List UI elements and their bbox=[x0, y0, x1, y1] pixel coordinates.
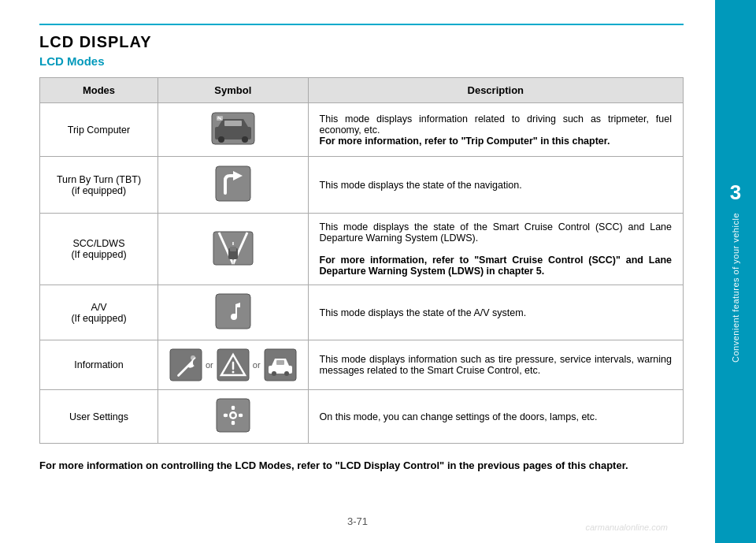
wrench-icon bbox=[169, 348, 202, 381]
symbol-cell-tbt bbox=[158, 157, 309, 214]
mode-cell-tbt: Turn By Turn (TBT)(if equipped) bbox=[40, 157, 158, 214]
page-wrapper: LCD DISPLAY LCD Modes Modes Symbol Descr… bbox=[0, 0, 756, 543]
symbol-cell-av bbox=[158, 285, 309, 340]
svg-point-22 bbox=[232, 371, 234, 374]
main-content: LCD DISPLAY LCD Modes Modes Symbol Descr… bbox=[0, 0, 715, 543]
right-sidebar: 3 Convenient features of your vehicle bbox=[715, 0, 756, 543]
car-info-icon bbox=[264, 348, 297, 381]
desc-cell-info: This mode displays information such as t… bbox=[308, 340, 683, 390]
desc-cell-tbt: This mode displays the state of the navi… bbox=[308, 157, 683, 214]
table-row: Turn By Turn (TBT)(if equipped) bbox=[40, 157, 684, 214]
svg-rect-4 bbox=[224, 121, 242, 126]
table-row: Trip Computer bbox=[40, 103, 684, 157]
svg-rect-16 bbox=[216, 294, 250, 329]
symbol-cell-trip bbox=[158, 103, 309, 157]
sidebar-label: Convenient features of your vehicle bbox=[730, 213, 741, 363]
trip-computer-icon bbox=[210, 111, 256, 146]
col-header-modes: Modes bbox=[40, 78, 158, 103]
section-subtitle: LCD Modes bbox=[39, 54, 684, 68]
or-text-2: or bbox=[253, 360, 261, 370]
symbol-cell-scc bbox=[158, 214, 309, 285]
svg-rect-27 bbox=[276, 360, 284, 365]
symbol-cell-info: or or bbox=[158, 340, 309, 390]
footer-note-text: For more information on controlling the … bbox=[39, 459, 628, 471]
mode-cell-scc: SCC/LDWS(If equipped) bbox=[40, 214, 158, 285]
svg-point-25 bbox=[272, 371, 276, 376]
svg-point-18 bbox=[191, 355, 195, 360]
mode-cell-info: Information bbox=[40, 340, 158, 390]
table-row: SCC/LDWS(If equipped) bbox=[40, 214, 684, 285]
or-text-1: or bbox=[206, 360, 213, 370]
desc-text-av: This mode displays the state of the A/V … bbox=[320, 307, 527, 318]
table-row: User Settings bbox=[40, 390, 684, 444]
col-header-symbol: Symbol bbox=[158, 78, 309, 103]
svg-point-3 bbox=[242, 136, 248, 143]
svg-rect-17 bbox=[170, 349, 202, 381]
sidebar-number: 3 bbox=[730, 180, 741, 205]
desc-text-trip-2: For more information, refer to "Trip Com… bbox=[320, 136, 610, 147]
desc-text-settings: On this mode, you can change settings of… bbox=[320, 411, 598, 422]
table-row: Information or bbox=[40, 340, 684, 390]
mode-cell: Trip Computer bbox=[40, 103, 158, 157]
logo-watermark: carmanualonline.com bbox=[585, 523, 668, 532]
desc-cell-av: This mode displays the state of the A/V … bbox=[308, 285, 683, 340]
info-icons-group: or or bbox=[169, 348, 297, 381]
svg-point-30 bbox=[231, 414, 235, 418]
svg-point-2 bbox=[218, 136, 224, 143]
section-title: LCD DISPLAY bbox=[39, 33, 684, 51]
desc-text-trip-1: This mode displays information related t… bbox=[320, 113, 672, 136]
desc-text-scc-1: This mode displays the state of the Smar… bbox=[320, 221, 672, 244]
scc-ldws-icon bbox=[213, 231, 254, 266]
top-line bbox=[39, 24, 684, 25]
av-icon bbox=[215, 293, 251, 329]
col-header-description: Description bbox=[308, 78, 683, 103]
desc-text-scc-2: For more information, refer to "Smart Cr… bbox=[320, 255, 672, 277]
mode-cell-av: A/V(If equipped) bbox=[40, 285, 158, 340]
svg-rect-15 bbox=[230, 247, 236, 251]
desc-cell-settings: On this mode, you can change settings of… bbox=[308, 390, 683, 444]
desc-cell-scc: This mode displays the state of the Smar… bbox=[308, 214, 683, 285]
warning-icon bbox=[217, 348, 250, 381]
turn-by-turn-icon bbox=[214, 165, 252, 203]
lcd-table: Modes Symbol Description Trip Computer bbox=[39, 77, 684, 444]
desc-cell-trip: This mode displays information related t… bbox=[308, 103, 683, 157]
footer-note: For more information on controlling the … bbox=[39, 458, 684, 474]
user-settings-icon bbox=[216, 398, 250, 433]
desc-text-tbt: This mode displays the state of the navi… bbox=[320, 180, 522, 191]
symbol-cell-settings bbox=[158, 390, 309, 444]
mode-cell-settings: User Settings bbox=[40, 390, 158, 444]
desc-text-info: This mode displays information such as t… bbox=[320, 354, 672, 376]
page-number: 3-71 bbox=[347, 515, 368, 527]
table-row: A/V(If equipped) This mode displays the … bbox=[40, 285, 684, 340]
svg-point-26 bbox=[284, 371, 289, 376]
